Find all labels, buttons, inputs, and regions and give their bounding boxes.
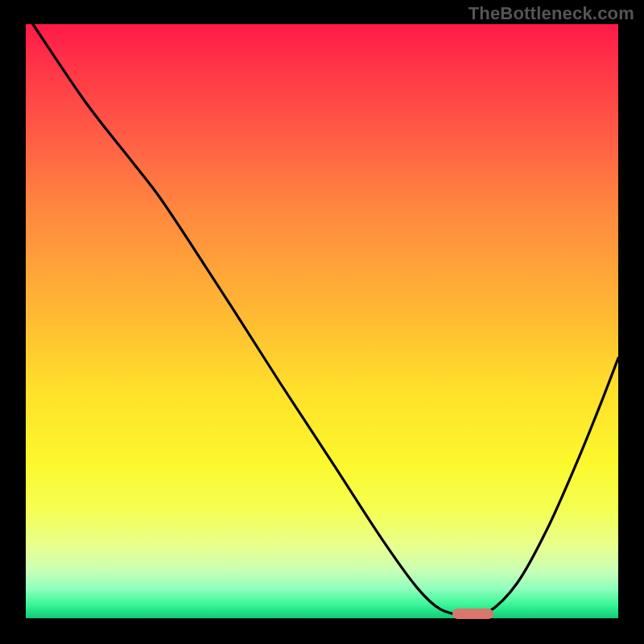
plot-area: [26, 24, 618, 618]
bottleneck-curve: [26, 24, 618, 618]
chart-container: TheBottleneck.com: [0, 0, 644, 644]
watermark-text: TheBottleneck.com: [469, 3, 634, 24]
optimal-zone-marker: [452, 609, 494, 619]
curve-path: [33, 24, 618, 616]
